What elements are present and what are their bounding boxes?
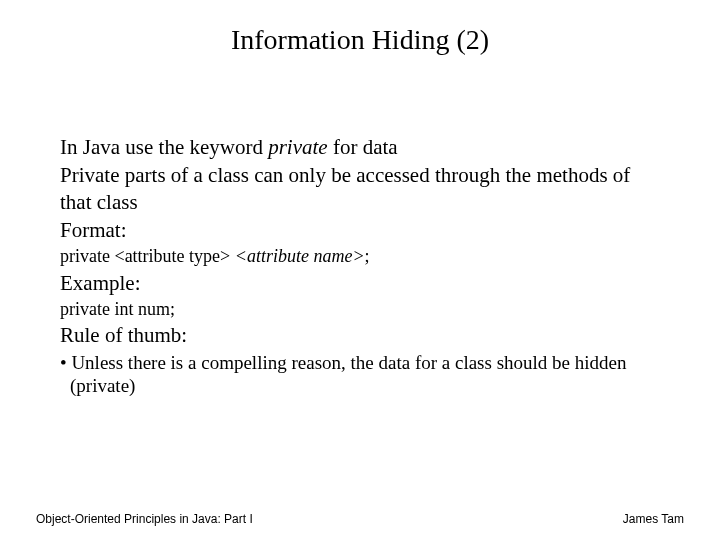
- rule-bullet: • Unless there is a compelling reason, t…: [60, 351, 660, 399]
- body-p1a: In Java use the keyword: [60, 135, 268, 159]
- rule-label: Rule of thumb:: [60, 322, 660, 348]
- keyword-private: private: [268, 135, 327, 159]
- footer-left: Object-Oriented Principles in Java: Part…: [36, 512, 253, 526]
- example-line: private int num;: [60, 298, 660, 321]
- example-label: Example:: [60, 270, 660, 296]
- body-p1b: for data: [328, 135, 398, 159]
- format-line-b: ;: [365, 246, 370, 266]
- slide-footer: Object-Oriented Principles in Java: Part…: [36, 512, 684, 526]
- format-label: Format:: [60, 217, 660, 243]
- slide-title: Information Hiding (2): [0, 24, 720, 56]
- format-line: private <attribute type> <attribute name…: [60, 245, 660, 268]
- body-p1: In Java use the keyword private for data: [60, 134, 660, 160]
- body-p2: Private parts of a class can only be acc…: [60, 162, 660, 215]
- slide-body: In Java use the keyword private for data…: [60, 134, 660, 400]
- slide: Information Hiding (2) In Java use the k…: [0, 0, 720, 540]
- format-attr-name: <attribute name>: [235, 246, 365, 266]
- footer-right: James Tam: [623, 512, 684, 526]
- format-line-a: private <attribute type>: [60, 246, 235, 266]
